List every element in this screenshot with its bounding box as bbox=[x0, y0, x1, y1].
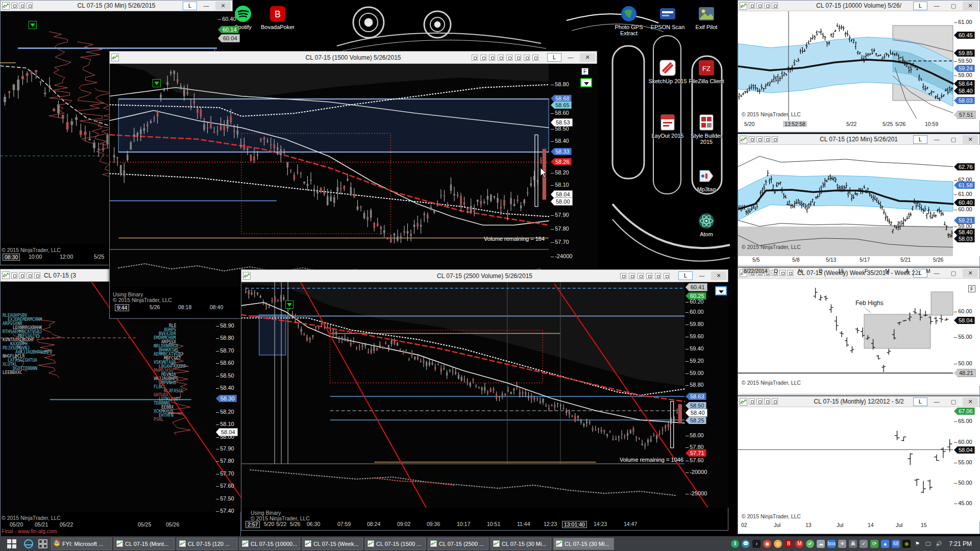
volume-icon[interactable]: 🔊 bbox=[935, 540, 943, 548]
chart-canvas[interactable] bbox=[738, 407, 980, 522]
toolbar-icon[interactable] bbox=[749, 3, 755, 9]
chart-canvas[interactable]: Volume remaining = 1046 bbox=[241, 282, 729, 508]
titlebar[interactable]: CL 07-15 (Monthly) 12/2012 - 5/2 L — ▢ ✕ bbox=[738, 396, 979, 407]
minimize-button[interactable]: — bbox=[929, 397, 944, 406]
toolbar-icon[interactable] bbox=[772, 3, 778, 9]
maximize-button[interactable]: ▢ bbox=[946, 135, 961, 144]
toolbar-icon[interactable] bbox=[749, 398, 755, 405]
taskbar-clock[interactable]: 7:21 PM bbox=[949, 540, 972, 547]
toolbar-icon[interactable] bbox=[19, 3, 25, 9]
network-icon[interactable]: 🖵 bbox=[924, 540, 932, 548]
toolbar-icon[interactable] bbox=[27, 3, 33, 9]
plex-icon[interactable]: › bbox=[752, 540, 761, 548]
toolbar-icon[interactable] bbox=[772, 398, 778, 405]
toolbar-icon[interactable] bbox=[655, 273, 661, 279]
taskbar-button[interactable]: CL 07-15 (Mont... bbox=[114, 538, 175, 550]
chart-canvas[interactable] bbox=[738, 145, 980, 256]
desktop-icon-exif[interactable]: Exif Pilot bbox=[687, 5, 726, 30]
link-button[interactable]: L bbox=[913, 135, 927, 144]
desktop-icon-sketchup[interactable]: SketchUp 2015 bbox=[648, 59, 687, 84]
taskbar-button[interactable]: CL 07-15 (30 Mi... bbox=[553, 538, 614, 550]
window-cl-2500-volume[interactable]: CL 07-15 (2500 Volume) 5/26/2015 L — ✕ V… bbox=[241, 269, 728, 531]
toolbar-icon[interactable] bbox=[646, 273, 652, 279]
close-button[interactable]: ✕ bbox=[580, 53, 595, 62]
titlebar[interactable]: CL 07-15 (10000 Volume) 5/26/ L — ▢ ✕ bbox=[738, 1, 979, 11]
scale-dropdown-button[interactable] bbox=[580, 78, 592, 87]
titlebar[interactable]: CL 07-15 (1500 Volume) 5/26/2015 L — ✕ bbox=[110, 52, 597, 64]
taskbar-button[interactable]: FYI: Microsoft ... bbox=[51, 538, 112, 550]
toolbar-icon[interactable] bbox=[638, 273, 644, 279]
toolbar-icon[interactable] bbox=[756, 136, 763, 142]
toolbar-icon[interactable] bbox=[532, 55, 538, 61]
window-cl-10000-volume[interactable]: CL 07-15 (10000 Volume) 5/26/ L — ▢ ✕ 61… bbox=[738, 0, 980, 133]
toolbar-icon[interactable] bbox=[772, 136, 778, 142]
window-cl-monthly[interactable]: CL 07-15 (Monthly) 12/2012 - 5/2 L — ▢ ✕… bbox=[738, 396, 980, 534]
fin-alg-link[interactable]: Final - www.fin-alg.com bbox=[2, 528, 57, 534]
toolbar-icon[interactable] bbox=[498, 55, 504, 61]
link-button[interactable]: L bbox=[547, 53, 561, 62]
minimize-button[interactable]: — bbox=[694, 271, 709, 280]
link-button[interactable]: L bbox=[183, 2, 197, 10]
window-cl-120min[interactable]: CL 07-15 (120 Min) 5/26/201 L — ▢ ✕ 62.7… bbox=[738, 134, 980, 267]
taskbar-button[interactable]: CL 07-15 (2500 ... bbox=[428, 538, 488, 550]
desktop-icon-bovada[interactable]: BBovadaPoker bbox=[258, 5, 297, 30]
link-button[interactable]: L bbox=[913, 397, 927, 406]
titlebar[interactable]: CL 07-15 (30 Min) 5/26/2015 L — ✕ bbox=[1, 1, 232, 11]
chart-canvas[interactable] bbox=[738, 11, 980, 120]
toolbar-icon[interactable] bbox=[515, 55, 521, 61]
taskbar-button[interactable]: CL 07-15 (Week... bbox=[302, 538, 363, 550]
toolbar-icon[interactable] bbox=[11, 272, 17, 279]
maximize-button[interactable]: ▢ bbox=[946, 2, 961, 10]
toolbar-icon[interactable] bbox=[524, 55, 530, 61]
print-color-icon[interactable]: 🖶 bbox=[849, 540, 857, 548]
messenger-icon[interactable]: 💬 bbox=[742, 540, 750, 548]
toolbar-icon[interactable] bbox=[27, 272, 33, 279]
internet-explorer-icon[interactable] bbox=[22, 538, 35, 550]
chart-canvas[interactable] bbox=[738, 279, 980, 386]
pause-indicator-icon[interactable]: Ⅱ bbox=[731, 540, 739, 548]
toolbar-icon[interactable] bbox=[11, 3, 17, 9]
desktop-icon-mp3tag[interactable]: Mp3tag bbox=[687, 167, 726, 192]
desktop-icon-gps[interactable]: Photo GPS Extract bbox=[609, 5, 648, 36]
titlebar[interactable]: CL 07-15 (2500 Volume) 5/26/2015 L — ✕ bbox=[241, 270, 728, 282]
window-cl-weekly[interactable]: CL 07-15 (Weekly) Week 35/2014 - Week 22… bbox=[738, 267, 980, 396]
toolbar-icon[interactable] bbox=[764, 3, 770, 9]
toolbar-icon[interactable] bbox=[629, 273, 635, 279]
toolbar-icon[interactable] bbox=[749, 136, 755, 142]
snip-icon[interactable]: ✳ bbox=[838, 540, 846, 548]
toolbar-icon[interactable] bbox=[764, 398, 770, 405]
desktop-icon-filezilla[interactable]: FZFileZilla Client bbox=[687, 59, 726, 84]
fixed-scale-indicator[interactable]: F bbox=[968, 285, 975, 292]
tiles-icon[interactable] bbox=[37, 538, 49, 550]
maximize-button[interactable]: ▢ bbox=[946, 397, 961, 406]
taskbar-button[interactable]: CL 07-15 (1500 ... bbox=[365, 538, 426, 550]
titlebar[interactable]: CL 07-15 (120 Min) 5/26/201 L — ▢ ✕ bbox=[738, 134, 979, 145]
minimize-button[interactable]: — bbox=[199, 2, 214, 10]
close-button[interactable]: ✕ bbox=[963, 2, 978, 10]
toolbar-icon[interactable] bbox=[664, 273, 670, 279]
close-button[interactable]: ✕ bbox=[215, 2, 231, 10]
gdrive-icon[interactable]: ▲ bbox=[881, 540, 889, 548]
scale-dropdown-button[interactable] bbox=[715, 286, 727, 295]
toolbar-icon[interactable] bbox=[34, 272, 40, 279]
mega-icon[interactable]: M bbox=[795, 540, 803, 548]
check-app-icon[interactable]: ✔ bbox=[806, 540, 814, 548]
minimize-button[interactable]: — bbox=[929, 2, 944, 10]
chart-canvas[interactable]: Volume remaining = 164 bbox=[110, 64, 598, 287]
printer-ok-icon[interactable]: ✓ bbox=[860, 540, 868, 548]
toolbar-icon[interactable] bbox=[756, 3, 763, 9]
onedrive-icon[interactable]: ☁ bbox=[817, 540, 825, 548]
desktop-icon-atom[interactable]: Atom bbox=[687, 212, 726, 237]
browser-icon[interactable]: ◎ bbox=[774, 540, 782, 548]
taskbar-button[interactable]: CL 07-15 (10000... bbox=[239, 538, 300, 550]
sync-icon[interactable]: ⟳ bbox=[870, 540, 878, 548]
nvidia-icon[interactable]: ◉ bbox=[902, 540, 911, 548]
start-button[interactable] bbox=[3, 537, 20, 550]
close-button[interactable]: ✕ bbox=[963, 397, 978, 406]
toolbar-icon[interactable] bbox=[764, 136, 770, 142]
minimize-button[interactable]: — bbox=[929, 135, 944, 144]
toolbar-icon[interactable] bbox=[472, 55, 478, 61]
minimize-button[interactable]: — bbox=[563, 53, 578, 62]
bluetooth-icon[interactable]: 68 bbox=[892, 540, 900, 548]
box-icon[interactable]: box bbox=[827, 540, 836, 548]
